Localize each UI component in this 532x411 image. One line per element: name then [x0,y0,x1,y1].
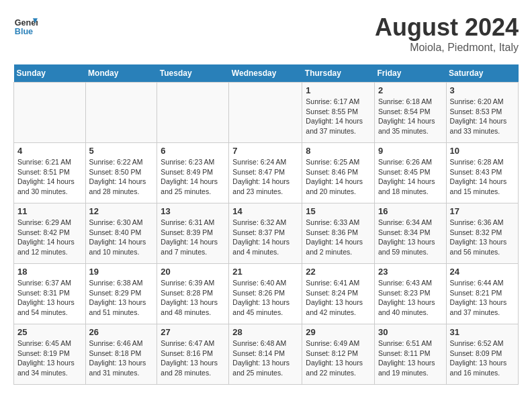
day-info: Sunrise: 6:47 AMSunset: 8:16 PMDaylight:… [161,338,225,378]
day-info: Sunrise: 6:44 AMSunset: 8:21 PMDaylight:… [450,278,515,318]
day-number: 22 [306,267,371,277]
calendar-cell: 29Sunrise: 6:49 AMSunset: 8:12 PMDayligh… [302,324,375,385]
day-info: Sunrise: 6:45 AMSunset: 8:19 PMDaylight:… [17,338,82,378]
calendar-cell: 4Sunrise: 6:21 AMSunset: 8:51 PMDaylight… [14,143,86,203]
day-info: Sunrise: 6:18 AMSunset: 8:54 PMDaylight:… [378,97,443,136]
week-row-1: 1Sunrise: 6:17 AMSunset: 8:55 PMDaylight… [14,83,519,143]
week-row-5: 25Sunrise: 6:45 AMSunset: 8:19 PMDayligh… [14,324,519,385]
logo-icon: General Blue [13,13,38,38]
day-info: Sunrise: 6:29 AMSunset: 8:42 PMDaylight:… [17,218,82,257]
title-block: August 2024 Moiola, Piedmont, Italy [375,13,519,54]
week-row-2: 4Sunrise: 6:21 AMSunset: 8:51 PMDaylight… [14,143,519,203]
day-info: Sunrise: 6:37 AMSunset: 8:31 PMDaylight:… [17,278,82,318]
day-info: Sunrise: 6:48 AMSunset: 8:14 PMDaylight:… [232,338,298,378]
day-number: 13 [161,206,225,216]
day-info: Sunrise: 6:26 AMSunset: 8:45 PMDaylight:… [378,157,443,197]
day-info: Sunrise: 6:34 AMSunset: 8:34 PMDaylight:… [378,218,443,257]
day-number: 14 [232,206,298,216]
col-header-thursday: Thursday [302,64,375,83]
day-number: 12 [89,206,154,216]
calendar-table: SundayMondayTuesdayWednesdayThursdayFrid… [13,64,519,385]
week-row-3: 11Sunrise: 6:29 AMSunset: 8:42 PMDayligh… [14,203,519,264]
col-header-sunday: Sunday [14,64,86,83]
day-number: 29 [306,327,371,337]
day-info: Sunrise: 6:31 AMSunset: 8:39 PMDaylight:… [161,218,225,257]
day-info: Sunrise: 6:33 AMSunset: 8:36 PMDaylight:… [306,218,371,257]
day-info: Sunrise: 6:38 AMSunset: 8:29 PMDaylight:… [89,278,154,318]
day-info: Sunrise: 6:23 AMSunset: 8:49 PMDaylight:… [161,157,225,197]
day-info: Sunrise: 6:40 AMSunset: 8:26 PMDaylight:… [232,278,298,318]
calendar-cell: 25Sunrise: 6:45 AMSunset: 8:19 PMDayligh… [14,324,86,385]
day-info: Sunrise: 6:41 AMSunset: 8:24 PMDaylight:… [306,278,371,318]
day-number: 11 [17,206,82,216]
calendar-cell: 8Sunrise: 6:25 AMSunset: 8:46 PMDaylight… [302,143,375,203]
day-number: 21 [232,267,298,277]
calendar-cell: 10Sunrise: 6:28 AMSunset: 8:43 PMDayligh… [446,143,518,203]
calendar-cell: 14Sunrise: 6:32 AMSunset: 8:37 PMDayligh… [229,203,302,264]
header-row: SundayMondayTuesdayWednesdayThursdayFrid… [14,64,519,83]
calendar-cell: 26Sunrise: 6:46 AMSunset: 8:18 PMDayligh… [85,324,157,385]
day-number: 8 [306,146,371,156]
day-info: Sunrise: 6:30 AMSunset: 8:40 PMDaylight:… [89,218,154,257]
day-number: 3 [450,85,515,95]
day-number: 31 [450,327,515,337]
calendar-cell: 24Sunrise: 6:44 AMSunset: 8:21 PMDayligh… [446,264,518,324]
day-number: 28 [232,327,298,337]
month-title: August 2024 [375,13,519,42]
day-info: Sunrise: 6:52 AMSunset: 8:09 PMDaylight:… [450,338,515,378]
day-number: 26 [89,327,154,337]
calendar-cell: 1Sunrise: 6:17 AMSunset: 8:55 PMDaylight… [302,83,375,143]
day-info: Sunrise: 6:24 AMSunset: 8:47 PMDaylight:… [232,157,298,197]
day-number: 15 [306,206,371,216]
day-number: 24 [450,267,515,277]
calendar-cell: 11Sunrise: 6:29 AMSunset: 8:42 PMDayligh… [14,203,86,264]
calendar-cell: 28Sunrise: 6:48 AMSunset: 8:14 PMDayligh… [229,324,302,385]
day-number: 25 [17,327,82,337]
calendar-cell: 20Sunrise: 6:39 AMSunset: 8:28 PMDayligh… [157,264,229,324]
day-number: 20 [161,267,225,277]
day-info: Sunrise: 6:39 AMSunset: 8:28 PMDaylight:… [161,278,225,318]
day-info: Sunrise: 6:22 AMSunset: 8:50 PMDaylight:… [89,157,154,197]
day-number: 5 [89,146,154,156]
calendar-cell: 30Sunrise: 6:51 AMSunset: 8:11 PMDayligh… [374,324,446,385]
page-header: General Blue August 2024 Moiola, Piedmon… [13,13,519,54]
calendar-cell [229,83,302,143]
day-info: Sunrise: 6:32 AMSunset: 8:37 PMDaylight:… [232,218,298,257]
calendar-cell: 18Sunrise: 6:37 AMSunset: 8:31 PMDayligh… [14,264,86,324]
day-number: 1 [306,85,371,95]
calendar-cell [14,83,86,143]
day-info: Sunrise: 6:43 AMSunset: 8:23 PMDaylight:… [378,278,443,318]
day-number: 6 [161,146,225,156]
location-title: Moiola, Piedmont, Italy [375,42,519,54]
day-info: Sunrise: 6:36 AMSunset: 8:32 PMDaylight:… [450,218,515,257]
calendar-cell: 17Sunrise: 6:36 AMSunset: 8:32 PMDayligh… [446,203,518,264]
day-number: 4 [17,146,82,156]
calendar-cell [157,83,229,143]
calendar-cell: 2Sunrise: 6:18 AMSunset: 8:54 PMDaylight… [374,83,446,143]
calendar-cell: 7Sunrise: 6:24 AMSunset: 8:47 PMDaylight… [229,143,302,203]
day-number: 18 [17,267,82,277]
week-row-4: 18Sunrise: 6:37 AMSunset: 8:31 PMDayligh… [14,264,519,324]
calendar-cell: 6Sunrise: 6:23 AMSunset: 8:49 PMDaylight… [157,143,229,203]
day-number: 2 [378,85,443,95]
calendar-cell: 3Sunrise: 6:20 AMSunset: 8:53 PMDaylight… [446,83,518,143]
day-info: Sunrise: 6:28 AMSunset: 8:43 PMDaylight:… [450,157,515,197]
calendar-cell: 31Sunrise: 6:52 AMSunset: 8:09 PMDayligh… [446,324,518,385]
day-number: 16 [378,206,443,216]
calendar-cell: 21Sunrise: 6:40 AMSunset: 8:26 PMDayligh… [229,264,302,324]
svg-text:Blue: Blue [15,27,33,36]
calendar-cell: 27Sunrise: 6:47 AMSunset: 8:16 PMDayligh… [157,324,229,385]
day-number: 27 [161,327,225,337]
col-header-monday: Monday [85,64,157,83]
calendar-cell: 16Sunrise: 6:34 AMSunset: 8:34 PMDayligh… [374,203,446,264]
calendar-cell: 15Sunrise: 6:33 AMSunset: 8:36 PMDayligh… [302,203,375,264]
day-info: Sunrise: 6:17 AMSunset: 8:55 PMDaylight:… [306,97,371,136]
day-info: Sunrise: 6:49 AMSunset: 8:12 PMDaylight:… [306,338,371,378]
col-header-tuesday: Tuesday [157,64,229,83]
day-number: 17 [450,206,515,216]
day-info: Sunrise: 6:51 AMSunset: 8:11 PMDaylight:… [378,338,443,378]
calendar-cell: 22Sunrise: 6:41 AMSunset: 8:24 PMDayligh… [302,264,375,324]
day-number: 23 [378,267,443,277]
day-number: 7 [232,146,298,156]
calendar-cell: 12Sunrise: 6:30 AMSunset: 8:40 PMDayligh… [85,203,157,264]
